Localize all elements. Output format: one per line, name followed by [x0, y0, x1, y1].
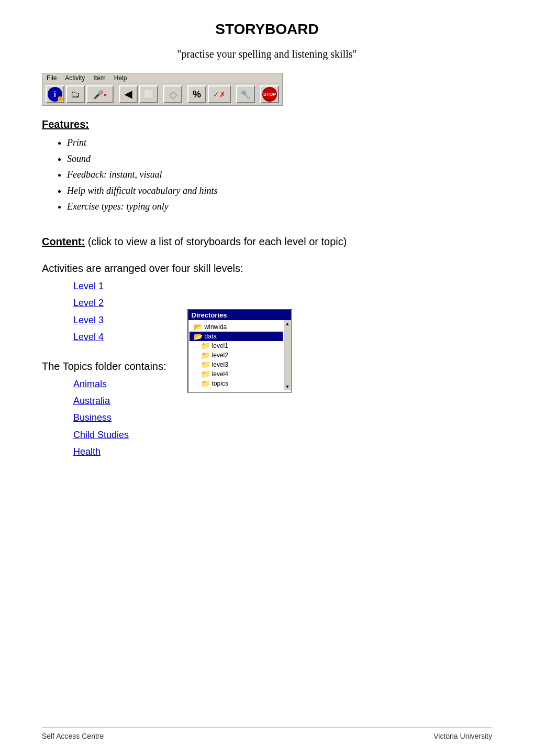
folder-topics-icon: 📁: [201, 379, 210, 388]
feature-item: Help with difficult vocabulary and hints: [67, 183, 492, 199]
levels-topics-wrapper: Level 1 Level 2 Level 3 Level 4 The Topi…: [42, 278, 492, 461]
stop-button[interactable]: STOP: [260, 85, 279, 103]
record-dot-icon: ●: [104, 92, 107, 97]
info-badge-icon: !: [58, 96, 63, 102]
check-x-button[interactable]: ✓ ✗: [208, 85, 231, 103]
open-folder-selected-icon: 📂: [194, 332, 203, 341]
feature-item: Print: [67, 135, 492, 151]
settings-button[interactable]: 🔧: [236, 85, 255, 103]
frame-icon: ⬜: [144, 90, 154, 99]
level-3-link[interactable]: Level 3: [73, 312, 166, 328]
toolbar: i ! 🗂 🎤 ● ◀ ⬜ ◇: [42, 83, 282, 105]
topic-australia-link[interactable]: Australia: [73, 396, 110, 406]
dir-data-label: data: [205, 333, 217, 340]
dir-data[interactable]: 📂 data: [190, 332, 283, 341]
menu-file[interactable]: File: [47, 74, 57, 82]
scroll-up-arrow[interactable]: ▲: [285, 321, 290, 326]
content-heading: Content:: [42, 236, 85, 247]
folder-level1-icon: 📁: [201, 342, 210, 350]
directories-title: Directories: [188, 310, 291, 320]
percent-icon: %: [193, 89, 201, 100]
menu-bar: File Activity Item Help: [42, 73, 282, 83]
dir-level2-label: level2: [212, 352, 228, 359]
feature-item: Feedback: instant, visual: [67, 167, 492, 183]
menu-item[interactable]: Item: [93, 74, 105, 82]
dir-topics-label: topics: [212, 380, 228, 387]
page-title: STORYBOARD: [42, 21, 492, 38]
dir-level3[interactable]: 📁 level3: [190, 360, 283, 369]
open-folder-icon: 📂: [194, 323, 203, 331]
levels-list: Level 1 Level 2 Level 3 Level 4: [42, 278, 166, 346]
levels-topics-column: Level 1 Level 2 Level 3 Level 4 The Topi…: [42, 278, 166, 461]
level-4-link[interactable]: Level 4: [73, 328, 166, 345]
directories-box: Directories 📂 winwida 📂 data 📁 level1: [187, 309, 292, 393]
record-button[interactable]: 🎤 ●: [86, 85, 114, 103]
folder-level2-icon: 📁: [201, 351, 210, 359]
print-button[interactable]: 🗂: [66, 85, 85, 103]
percent-button[interactable]: %: [187, 85, 206, 103]
topic-animals-link[interactable]: Animals: [73, 379, 107, 389]
features-heading: Features:: [42, 118, 492, 130]
back-arrow-icon: ◀: [125, 89, 132, 100]
record-icon: 🎤: [93, 90, 104, 100]
print-icon: 🗂: [71, 89, 80, 100]
topics-text: The Topics folder contains:: [42, 360, 166, 372]
menu-activity[interactable]: Activity: [65, 74, 85, 82]
footer: Self Access Centre Victoria University: [42, 727, 492, 740]
footer-left: Self Access Centre: [42, 732, 104, 740]
dir-winwida-label: winwida: [205, 323, 227, 331]
folder-level3-icon: 📁: [201, 360, 210, 369]
topic-business-link[interactable]: Business: [73, 412, 112, 423]
content-description-text: (click to view a list of storyboards for…: [85, 236, 347, 247]
topics-section: The Topics folder contains: Animals Aust…: [42, 360, 166, 461]
folder-level4-icon: 📁: [201, 370, 210, 378]
directories-content: 📂 winwida 📂 data 📁 level1 📁 level2: [188, 320, 284, 390]
dir-level2[interactable]: 📁 level2: [190, 350, 283, 360]
frame-button[interactable]: ⬜: [139, 85, 158, 103]
diamond-button[interactable]: ◇: [163, 85, 182, 103]
check-icon: ✓: [213, 90, 219, 99]
menu-help[interactable]: Help: [114, 74, 127, 82]
content-section-header: Content: (click to view a list of storyb…: [42, 236, 492, 248]
dir-winwida[interactable]: 📂 winwida: [190, 322, 283, 332]
dir-level3-label: level3: [212, 361, 228, 368]
wrench-icon: 🔧: [240, 90, 251, 100]
subtitle: "practise your spelling and listening sk…: [42, 48, 492, 60]
activities-text: Activities are arranged over four skill …: [42, 262, 492, 275]
level-1-link[interactable]: Level 1: [73, 278, 166, 294]
diamond-icon: ◇: [169, 88, 177, 101]
footer-right: Victoria University: [433, 732, 492, 740]
x-icon: ✗: [219, 90, 226, 99]
toolbar-wrapper: File Activity Item Help i ! 🗂 🎤 ●: [42, 73, 283, 106]
dir-level1[interactable]: 📁 level1: [190, 341, 283, 350]
dir-level4-label: level4: [212, 370, 228, 378]
feature-item: Sound: [67, 151, 492, 167]
topic-health-link[interactable]: Health: [73, 446, 101, 457]
level-2-link[interactable]: Level 2: [73, 294, 166, 311]
scrollbar[interactable]: ▲ ▼: [284, 320, 291, 390]
stop-icon: STOP: [262, 87, 277, 102]
features-list: Print Sound Feedback: instant, visual He…: [67, 135, 492, 215]
dir-level1-label: level1: [212, 342, 228, 349]
back-arrow-button[interactable]: ◀: [119, 85, 138, 103]
feature-item: Exercise types: typing only: [67, 199, 492, 215]
dir-level4[interactable]: 📁 level4: [190, 369, 283, 379]
scroll-down-arrow[interactable]: ▼: [285, 384, 290, 389]
info-button[interactable]: i !: [46, 85, 64, 103]
dir-topics[interactable]: 📁 topics: [190, 379, 283, 388]
topic-child-studies-link[interactable]: Child Studies: [73, 430, 129, 440]
